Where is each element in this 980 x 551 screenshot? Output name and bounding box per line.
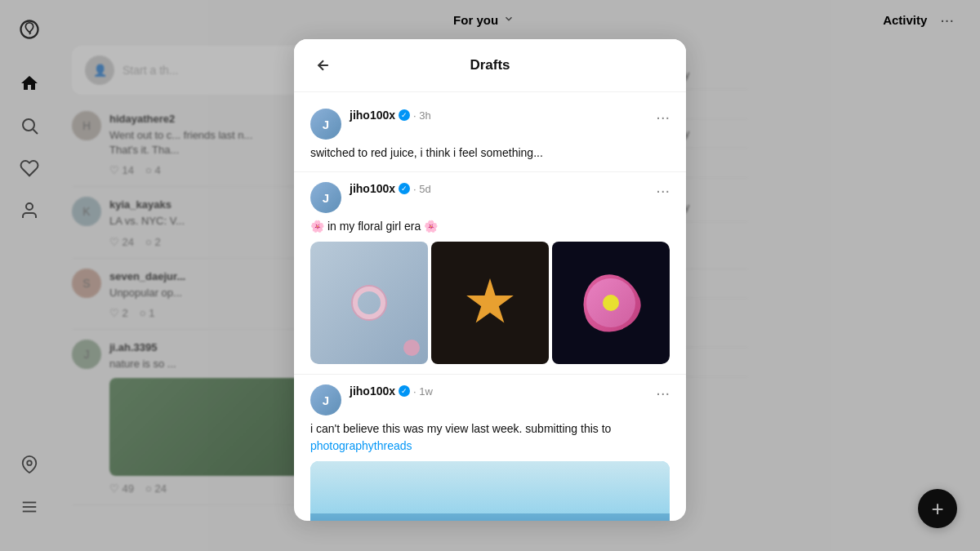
draft-text: 🌸 in my floral girl era 🌸	[310, 218, 670, 235]
draft-item: J jiho100x ✓ · 3h ··· switched to red ju…	[294, 99, 686, 172]
draft-time: · 5d	[413, 183, 431, 195]
draft-image-flower-candy	[431, 242, 549, 364]
draft-avatar: J	[310, 182, 341, 213]
draft-username: jiho100x	[350, 384, 395, 398]
draft-avatar: J	[310, 384, 341, 415]
draft-avatar: J	[310, 109, 341, 140]
draft-time: · 3h	[413, 109, 431, 122]
modal-back-button[interactable]	[310, 52, 336, 78]
verified-icon: ✓	[399, 109, 410, 121]
draft-item: J jiho100x ✓ · 1w ··· i can't believe th…	[294, 375, 686, 521]
draft-image-flower-ring	[310, 242, 428, 364]
draft-more-button[interactable]: ···	[656, 109, 670, 125]
modal-header: Drafts	[294, 39, 686, 92]
verified-icon: ✓	[399, 385, 410, 397]
draft-scenic-image	[310, 461, 670, 521]
drafts-list: J jiho100x ✓ · 3h ··· switched to red ju…	[294, 92, 686, 521]
draft-more-button[interactable]: ···	[656, 182, 670, 198]
draft-item: J jiho100x ✓ · 5d ··· 🌸 in my floral gir…	[294, 172, 686, 375]
modal-title: Drafts	[470, 57, 510, 73]
draft-images	[310, 242, 670, 364]
draft-image-flower-foil	[552, 242, 670, 364]
verified-icon: ✓	[399, 183, 410, 194]
draft-text: i can't believe this was my view last we…	[310, 420, 670, 455]
drafts-modal: Drafts J jiho100x ✓ · 3h ··· switched to…	[294, 39, 686, 521]
draft-time: · 1w	[413, 385, 433, 398]
draft-username: jiho100x	[350, 182, 395, 195]
draft-more-button[interactable]: ···	[656, 384, 670, 401]
draft-text: switched to red juice, i think i feel so…	[310, 144, 670, 162]
draft-link[interactable]: photographythreads	[310, 439, 412, 452]
draft-username: jiho100x	[350, 109, 395, 122]
